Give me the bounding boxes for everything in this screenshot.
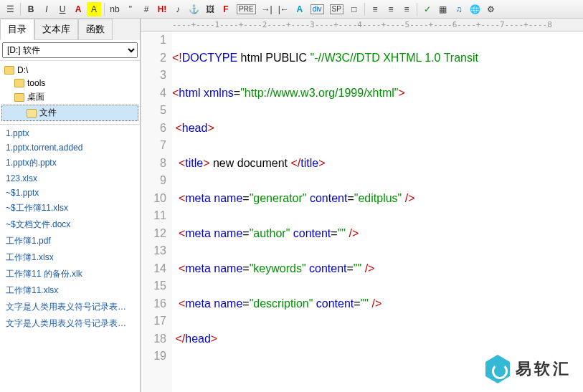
- formatting-toolbar: ☰ B I U A A nb " # H! ♪ ⚓ 🖼 F PRE →| |← …: [0, 0, 583, 19]
- heading-button[interactable]: H!: [155, 2, 169, 16]
- check-icon[interactable]: ✓: [420, 2, 435, 16]
- world-icon[interactable]: 🌐: [468, 2, 483, 16]
- italic-button[interactable]: I: [39, 2, 54, 16]
- file-item[interactable]: ~$文档文件.docx: [1, 216, 138, 233]
- nb-button[interactable]: nb: [108, 2, 122, 16]
- file-item[interactable]: 工作簿11 的备份.xlk: [1, 266, 138, 282]
- anchor-icon[interactable]: ⚓: [186, 2, 202, 16]
- file-item[interactable]: 1.pptx: [1, 126, 138, 140]
- tab-directory[interactable]: 目录: [0, 19, 34, 40]
- folder-icon: [14, 79, 24, 87]
- file-list: 1.pptx 1.pptx.torrent.added 1.pptx的.pptx…: [0, 125, 140, 392]
- file-item[interactable]: 工作簿1.pdf: [1, 233, 138, 249]
- code-body[interactable]: <!DOCTYPE html PUBLIC "-//W3C//DTD XHTML…: [172, 32, 583, 392]
- editor: ----+----1----+----2----+----3----+----4…: [141, 19, 583, 392]
- sidebar: 目录 文本库 函数 [D:] 软件 D:\ tools 桌面 文件 1.pptx…: [0, 19, 141, 392]
- nbsp-button[interactable]: □: [347, 2, 361, 16]
- watermark-logo-icon: [485, 355, 510, 383]
- image-icon[interactable]: 🖼: [203, 2, 217, 16]
- align-center-icon[interactable]: ≡: [384, 2, 398, 16]
- highlight-button[interactable]: A: [87, 2, 101, 16]
- watermark-text: 易软汇: [516, 358, 572, 380]
- pre-button[interactable]: PRE: [237, 4, 256, 14]
- tab-functions[interactable]: 函数: [78, 19, 113, 40]
- bold-button[interactable]: B: [24, 2, 38, 16]
- quote-button[interactable]: ": [123, 2, 138, 16]
- file-item[interactable]: 1.pptx的.pptx: [1, 155, 138, 171]
- indent-out-icon[interactable]: |←: [276, 2, 291, 16]
- tree-item[interactable]: D:\: [1, 64, 138, 77]
- file-item[interactable]: 123.xlsx: [1, 171, 138, 186]
- font-color-button[interactable]: A: [71, 2, 85, 16]
- line-numbers: 12345678910111213141516171819: [141, 32, 172, 392]
- file-item[interactable]: 工作簿11.xlsx: [1, 282, 138, 299]
- div-button[interactable]: div: [311, 4, 324, 14]
- file-item[interactable]: 1.pptx.torrent.added: [1, 140, 138, 155]
- flash-button[interactable]: F: [219, 2, 233, 16]
- gear-icon[interactable]: ⚙: [484, 2, 498, 16]
- column-ruler: ----+----1----+----2----+----3----+----4…: [141, 19, 583, 32]
- sp-button[interactable]: SP: [330, 4, 343, 14]
- drive-select[interactable]: [D:] 软件: [2, 42, 138, 58]
- hash-button[interactable]: #: [139, 2, 153, 16]
- file-item[interactable]: 文字是人类用表义符号记录表达信: [1, 315, 138, 332]
- file-item[interactable]: 文字是人类用表义符号记录表达信: [1, 299, 138, 315]
- list-icon[interactable]: ☰: [3, 2, 17, 16]
- file-item[interactable]: ~$1.pptx: [1, 186, 138, 200]
- align-left-icon[interactable]: ≡: [368, 2, 382, 16]
- tab-text-library[interactable]: 文本库: [34, 19, 78, 40]
- sidebar-tabs: 目录 文本库 函数: [0, 19, 140, 40]
- tree-item[interactable]: 桌面: [1, 90, 138, 105]
- code-area[interactable]: 12345678910111213141516171819 <!DOCTYPE …: [141, 32, 583, 392]
- underline-button[interactable]: U: [55, 2, 70, 16]
- music-icon[interactable]: ♫: [452, 2, 466, 16]
- folder-tree: D:\ tools 桌面 文件: [0, 61, 140, 125]
- folder-icon: [4, 66, 14, 75]
- color-swatch-button[interactable]: A: [293, 2, 307, 16]
- align-right-icon[interactable]: ≡: [399, 2, 414, 16]
- folder-icon: [14, 93, 24, 102]
- file-item[interactable]: 工作簿1.xlsx: [1, 249, 138, 266]
- tree-item[interactable]: tools: [1, 77, 138, 90]
- tree-item-selected[interactable]: 文件: [1, 105, 138, 121]
- file-item[interactable]: ~$工作簿11.xlsx: [1, 200, 138, 216]
- note-icon[interactable]: ♪: [171, 2, 185, 16]
- sheet-icon[interactable]: ▦: [436, 2, 450, 16]
- watermark: 易软汇: [485, 355, 572, 383]
- indent-in-icon[interactable]: →|: [260, 2, 275, 16]
- folder-open-icon: [27, 109, 37, 118]
